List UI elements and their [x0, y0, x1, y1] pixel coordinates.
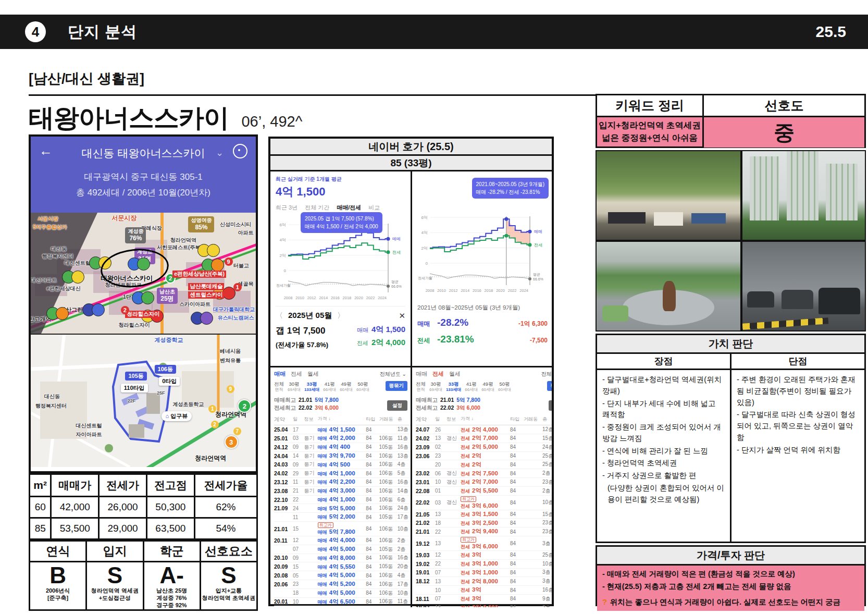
grade-note: 2006년식 — [30, 587, 85, 595]
settings-button[interactable]: 설정 — [549, 400, 552, 411]
svg-text:2010: 2010 — [437, 288, 446, 293]
deal-row[interactable]: 18.1213전세2억 8,000843층 — [416, 577, 552, 586]
chevron-down-icon[interactable]: ⌄ — [216, 147, 224, 158]
deal-row[interactable]: 21.0218전세3억 2,5008423층 — [416, 519, 552, 527]
map-label: 계성초등학교 — [172, 401, 204, 408]
pros-item: - 단지 내부가 세대 수에 비해 넓고 쾌적함 — [602, 398, 725, 421]
deal-row[interactable]: 25.0103등기매매4억 2,00084106동11층 — [274, 434, 411, 443]
deal-row[interactable]: 18매매4억 5,00084106동10층 — [274, 589, 411, 598]
year-filter-dropdown[interactable]: 전체년도 ⌄ — [380, 371, 406, 378]
area-chip[interactable]: 30평69세대 — [288, 381, 301, 393]
deal-row[interactable]: 07매매4억 5,00084105동2층 — [274, 545, 411, 554]
deal-row[interactable]: 23.0206갱신전세2억 7,500842층 — [416, 469, 552, 478]
group-by-pyeong-button[interactable]: 평묶기 — [547, 381, 552, 391]
deal-tab-월세[interactable]: 월세 — [307, 370, 319, 378]
chart-tooltip: 2025.05 갭 1억 7,500 (57.8%) 매매 4억 1,500 /… — [301, 212, 382, 233]
deal-row[interactable]: 19.1204매매4억 6,00084106동15층 — [274, 606, 411, 607]
deal-row[interactable]: 10전세3억8416층 — [416, 586, 552, 595]
area-chip[interactable]: 전체면적 — [274, 381, 284, 393]
complex-address: 대구광역시 중구 대신동 305-1 — [31, 171, 256, 183]
deal-tab-월세[interactable]: 월세 — [449, 370, 461, 378]
gap-info-row: 갭 1억 7,500 (전세가율 57.8%) 매매4억 1,500 전세2억 … — [276, 325, 405, 350]
area-chip[interactable]: 49평60세대 — [340, 381, 353, 393]
deal-tab-매매[interactable]: 매매 — [416, 370, 427, 378]
deal-tab-매매[interactable]: 매매 — [274, 370, 286, 378]
change-chart-canvas: 6억4억2억0전세가율매매전세평균66.6%200820102012201420… — [417, 209, 548, 297]
listing-dots — [46, 307, 69, 320]
deal-row[interactable]: 20.0805매매4억 5,00084106동4층 — [274, 571, 411, 580]
deal-row[interactable]: 18.0713전세2억 9,000842층 — [416, 604, 552, 607]
map-label: e편한세상남산(주복) — [172, 271, 226, 278]
year-filter-dropdown[interactable]: 전체년도 ⌄ — [541, 371, 552, 378]
group-by-pyeong-button[interactable]: 평묶기 — [386, 381, 408, 391]
map-label: 22F — [128, 398, 136, 403]
svg-text:평균: 평균 — [533, 273, 540, 277]
deal-row[interactable]: 19.0107전세3억 1,000843층 — [416, 569, 552, 578]
settings-button[interactable]: 설정 — [387, 400, 407, 411]
deal-row[interactable]: 23.0821등기매매4억 3,00084106동14층 — [274, 487, 411, 496]
deal-row[interactable]: 22.0203갱신최고가전세3억 6,0008410층 — [416, 496, 552, 510]
deal-row[interactable]: 23.0623전세2억8425층 — [416, 452, 552, 461]
svg-text:매매: 매매 — [534, 229, 542, 234]
keyword-box: 키워드 정리 입지+청라언덕역 초역세권넓은 중정원+연식 아쉬움 — [596, 94, 704, 148]
deal-row[interactable]: 19.1213최고가전세3억 6,000843층 — [416, 536, 552, 551]
deal-row[interactable]: 24.0309등기매매4억 50084106동4층 — [274, 460, 411, 469]
area-chip[interactable]: 41평66세대 — [323, 381, 336, 393]
close-icon[interactable]: ✕ — [399, 311, 405, 321]
deal-row[interactable]: 24.0726전세2억 4,0008412층 — [416, 425, 552, 434]
deal-row[interactable]: 22.1022매매4억 1,00084106동6층 — [274, 496, 411, 505]
deal-row[interactable]: 20.0623매매4억 5,20084106동17층 — [274, 580, 411, 589]
deal-row[interactable]: 21.0115최고가매매5억 7,80084106동10층 — [274, 522, 411, 536]
area-chip[interactable]: 33평133세대 — [304, 381, 319, 393]
deal-row[interactable]: 21.0513전세3억 1,5008415층 — [416, 510, 552, 519]
deal-row[interactable]: 24.1209등기매매4억 40084105동16층 — [274, 443, 411, 452]
deal-row[interactable]: 21.0122전세2억 9,4008423층 — [416, 527, 552, 536]
deal-row[interactable]: 19.0312전세3억8425층 — [416, 551, 552, 560]
deal-row[interactable]: 24.0229등기매매4억 1,00084106동5층 — [274, 469, 411, 478]
detail-map[interactable]: 계성중학교베네시움벤쳐유통22F25F계성초등학교대신동행정복지센터대신센트럴자… — [31, 334, 256, 467]
deal-row[interactable]: 20.1112매매4억 4,00084106동2층 — [274, 536, 411, 545]
prev-month-arrow[interactable]: 〈 — [276, 311, 283, 321]
summary-cell: 54% — [194, 518, 257, 539]
deal-row[interactable]: 23.0110갱신전세2억 7,0008423층 — [416, 478, 552, 487]
map-label: 계성중학교 — [155, 336, 183, 344]
deal-row[interactable]: 11매매5억 2,00084105동17층 — [274, 513, 411, 522]
deal-row[interactable]: 23.1211등기매매4억 2,20084106동16층 — [274, 478, 411, 487]
area-chip[interactable]: 33평133세대 — [446, 381, 461, 393]
rank-badge: 9 — [225, 257, 233, 266]
svg-text:2016: 2016 — [473, 288, 481, 293]
deal-row[interactable]: 24.0213갱신전세2억 7,0008415층 — [416, 434, 552, 443]
deal-row[interactable]: 19.0222전세3억 1,0008410층 — [416, 560, 552, 569]
svg-text:2008: 2008 — [426, 288, 435, 293]
shop-sign — [691, 213, 726, 224]
deal-row[interactable]: 20전세2억8425층 — [416, 460, 552, 469]
area-chip[interactable]: 50평60세대 — [356, 381, 369, 393]
jeonse-price-line: 전세2억 4,000 — [357, 338, 405, 348]
deal-row[interactable]: 20.0915매매4억 5,55084105동20층 — [274, 562, 411, 571]
deal-row[interactable]: 18.1107전세3억849층 — [416, 595, 552, 604]
chart-tab-최근 3년[interactable]: 최근 3년 — [276, 204, 297, 214]
grade-card-header: 연식 — [30, 542, 85, 562]
deal-row[interactable]: 24.0414등기매매3억 9,70084106동13층 — [274, 452, 411, 461]
deal-row[interactable]: 23.0902전세2억 5,0008424층 — [416, 443, 552, 452]
deal-row[interactable]: 20.1009매매4억 8,00084106동16층 — [274, 554, 411, 563]
deal-row[interactable]: 22.0801전세2억 5,500842층 — [416, 487, 552, 496]
deal-row[interactable]: 21.0924매매5억 5,00084106동24층 — [274, 504, 411, 513]
next-month-arrow[interactable]: 〉 — [337, 311, 344, 321]
deal-row[interactable]: 25.0417매매4억 1,5008413층 — [274, 425, 411, 434]
area-chip[interactable]: 41평66세대 — [465, 381, 478, 393]
deal-row[interactable]: 20.0110매매4억 6,50084106동11층 — [274, 598, 411, 607]
area-chip[interactable]: 50평60세대 — [498, 381, 511, 393]
map-label: 25F — [157, 390, 165, 396]
school-badge: 계성중76% — [125, 227, 146, 244]
station-exit-badge: 9 — [227, 385, 234, 393]
area-chip[interactable]: 49평60세대 — [481, 381, 494, 393]
overview-map[interactable]: 2 서문시장5지구종합상가서문시장장례식장신성미소시티아파트청라언덕역서한포레스… — [31, 213, 256, 334]
area-chip[interactable]: 전체면적 — [416, 381, 426, 393]
map-label: 대신센트럴 — [76, 422, 102, 429]
gps-target-icon[interactable] — [233, 144, 247, 158]
area-chip[interactable]: 30평69세대 — [429, 381, 442, 393]
region-label: [남산/대신 생활권] — [29, 69, 144, 88]
deal-tab-전세[interactable]: 전세 — [432, 370, 444, 378]
deal-tab-전세[interactable]: 전세 — [291, 370, 302, 378]
